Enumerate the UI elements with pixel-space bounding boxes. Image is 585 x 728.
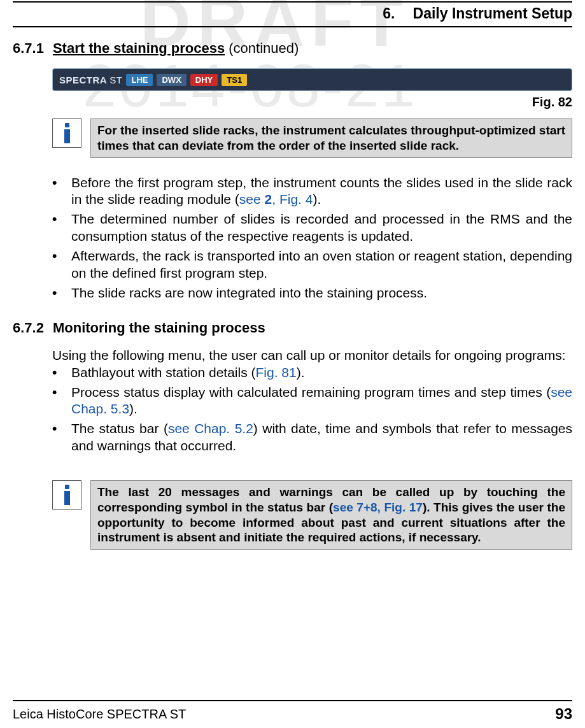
link-fig-17[interactable]: , Fig. 17 [377,501,423,514]
statusbar-brand: SPECTRA ST [59,75,122,85]
text: The status bar ( [71,421,168,436]
list-item: Process status display with calculated r… [52,384,572,418]
link-see-2[interactable]: see 2 [239,192,272,206]
section-6-7-1-title: 6.7.1Start the staining process (continu… [13,40,572,57]
footer-product: Leica HistoCore SPECTRA ST [13,707,186,722]
header-rule [13,26,572,27]
chapter-header: 6.Daily Instrument Setup [13,3,572,26]
tag-ts1: TS1 [222,74,247,86]
section-6-7-2-number: 6.7.2 [13,320,44,336]
page-footer: Leica HistoCore SPECTRA ST 93 [13,700,572,728]
section-6-7-2-name: Monitoring the staining process [53,320,265,336]
section-6-7-1-suffix: (continued) [225,40,299,56]
text: ). [313,192,321,206]
list-6-7-2: Bathlayout with station details (Fig. 81… [52,364,572,455]
tag-dhy: DHY [190,74,218,86]
brand-b: ST [109,75,122,85]
section-6-7-1-name: Start the staining process [53,40,225,56]
list-item: The status bar (see Chap. 5.2) with date… [52,420,572,455]
text: Bathlayout with station details ( [71,365,256,380]
info-note-1-text: For the inserted slide racks, the instru… [90,118,572,158]
list-item: Afterwards, the rack is transported into… [52,248,572,282]
section-6-7-2-title: 6.7.2Monitoring the staining process [13,320,572,336]
text: Before the first program step, the instr… [71,175,572,207]
list-item: The slide racks are now integrated into … [52,285,572,302]
chapter-title: Daily Instrument Setup [413,5,572,22]
list-item: Before the first program step, the instr… [52,175,572,209]
text: Process status display with calculated r… [71,385,551,399]
section-6-7-1-number: 6.7.1 [13,40,44,57]
info-note-2: The last 20 messages and warnings can be… [52,480,572,550]
list-item: Bathlayout with station details (Fig. 81… [52,364,572,382]
tag-dwx: DWX [157,74,186,86]
link-fig-4[interactable]: , Fig. 4 [272,192,313,206]
chapter-number: 6. [383,5,395,22]
intro-6-7-2: Using the following menu, the user can c… [52,348,572,363]
tag-lhe: LHE [126,74,153,86]
info-note-2-text: The last 20 messages and warnings can be… [90,480,572,550]
text: The slide racks are now integrated into … [71,285,572,302]
figure-82-caption: Fig. 82 [52,95,572,110]
link-chap-5-2[interactable]: see Chap. 5.2 [168,421,253,436]
list-item: The determined number of slides is recor… [52,211,572,245]
status-bar-figure: SPECTRA ST LHE DWX DHY TS1 [52,68,572,91]
link-see-7-8[interactable]: see 7+8 [333,501,377,514]
brand-a: SPECTRA [59,75,107,85]
page-number: 93 [555,705,572,723]
text: ). [129,401,137,416]
list-6-7-1: Before the first program step, the instr… [52,175,572,302]
info-icon [52,118,81,148]
text: The determined number of slides is recor… [71,211,572,245]
info-icon [52,480,81,510]
info-note-1: For the inserted slide racks, the instru… [52,118,572,158]
text: ). [297,365,305,380]
text: Afterwards, the rack is transported into… [71,248,572,282]
link-fig-81[interactable]: Fig. 81 [256,365,297,380]
